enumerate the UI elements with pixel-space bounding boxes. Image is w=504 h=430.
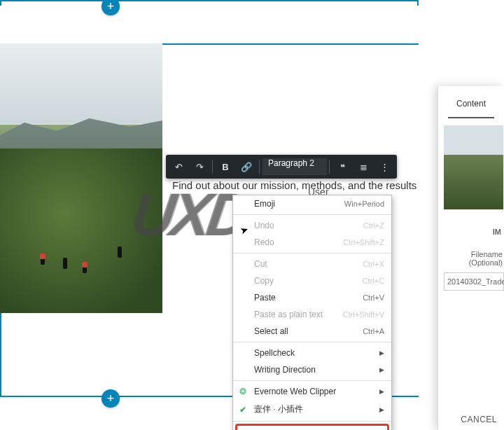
ctx-paste[interactable]: Paste Ctrl+V	[233, 289, 391, 306]
chevron-right-icon: ▶	[379, 366, 384, 373]
ctx-separator	[233, 380, 391, 381]
ctx-label: Redo	[254, 237, 274, 247]
ctx-shortcut: Ctrl+Shift+V	[343, 310, 384, 319]
redo-icon[interactable]: ↷	[190, 157, 209, 176]
ctx-copy[interactable]: Copy Ctrl+C	[233, 272, 391, 289]
ctx-paste-plain[interactable]: Paste as plain text Ctrl+Shift+V	[233, 306, 391, 323]
context-menu: Emoji Win+Period Undo Ctrl+Z Redo Ctrl+S…	[232, 195, 392, 430]
ctx-label: Cut	[254, 259, 267, 269]
ctx-label: Paste	[254, 293, 276, 303]
ctx-label: 壹伴 · 小插件	[254, 403, 303, 415]
toolbar-separator	[329, 160, 330, 174]
paragraph-select[interactable]: Paragraph 2	[262, 158, 327, 175]
ctx-emoji[interactable]: Emoji Win+Period	[233, 195, 391, 212]
image-thumbnail[interactable]	[444, 125, 503, 209]
ctx-shortcut: Ctrl+V	[363, 293, 384, 302]
filename-label: Filename (Optional)	[438, 250, 504, 267]
ctx-separator	[233, 421, 391, 422]
ctx-separator	[233, 342, 391, 342]
ctx-shortcut: Win+Period	[344, 200, 384, 208]
sidebar-section-heading: IM	[438, 228, 504, 236]
bold-icon[interactable]: B	[216, 157, 235, 176]
filename-input[interactable]: 20140302_Trade+	[444, 272, 504, 291]
chevron-right-icon: ▶	[379, 406, 384, 413]
text-toolbar: ↶ ↷ B 🔗 Paragraph 2 ▾ ❝ ≣ ⋮	[166, 155, 397, 179]
ctx-shortcut: Ctrl+X	[363, 260, 384, 268]
list-icon[interactable]: ≣	[354, 157, 373, 176]
toolbar-separator	[259, 160, 260, 174]
ctx-undo[interactable]: Undo Ctrl+Z	[233, 217, 391, 234]
more-icon[interactable]: ⋮	[374, 157, 394, 176]
ctx-label: Select all	[254, 326, 288, 336]
ctx-inspect[interactable]: Inspect Ctrl+Shift+I	[237, 426, 387, 430]
block-outline-top	[0, 0, 419, 6]
highlight-box: Inspect Ctrl+Shift+I	[235, 424, 389, 430]
sidebar-tab-content[interactable]: Content	[448, 86, 494, 118]
quote-icon[interactable]: ❝	[332, 157, 352, 176]
ctx-writing-direction[interactable]: Writing Direction ▶	[233, 361, 391, 378]
chevron-right-icon: ▶	[379, 388, 384, 395]
ctx-yijian[interactable]: ✔ 壹伴 · 小插件 ▶	[233, 400, 391, 419]
ctx-label: Copy	[254, 276, 274, 286]
ctx-separator	[233, 214, 391, 215]
ctx-select-all[interactable]: Select all Ctrl+A	[233, 323, 391, 340]
ctx-label: Spellcheck	[254, 348, 295, 358]
tagline-text[interactable]: Find out about our mission, methods, and…	[172, 179, 431, 191]
ctx-label: Writing Direction	[254, 365, 316, 375]
add-block-button-top[interactable]: +	[102, 0, 120, 15]
toolbar-separator	[212, 160, 213, 174]
settings-sidebar: Content IM Filename (Optional) 20140302_…	[438, 86, 504, 430]
ctx-shortcut: Ctrl+C	[363, 277, 384, 285]
hero-image[interactable]	[0, 43, 162, 313]
ctx-redo[interactable]: Redo Ctrl+Shift+Z	[233, 234, 391, 251]
evernote-icon: ❂	[238, 387, 248, 396]
ctx-evernote[interactable]: ❂ Evernote Web Clipper ▶	[233, 383, 391, 400]
ctx-shortcut: Ctrl+A	[363, 327, 384, 335]
ctx-separator	[233, 253, 391, 254]
ctx-label: Emoji	[254, 199, 275, 209]
ctx-label: Undo	[254, 221, 274, 230]
add-block-button-bottom[interactable]: +	[102, 389, 120, 408]
ctx-spellcheck[interactable]: Spellcheck ▶	[233, 345, 391, 361]
ctx-shortcut: Ctrl+Z	[363, 221, 384, 230]
ctx-label: Evernote Web Clipper	[254, 387, 336, 396]
plugin-icon: ✔	[238, 405, 248, 415]
undo-icon[interactable]: ↶	[169, 157, 188, 176]
chevron-right-icon: ▶	[379, 349, 384, 356]
link-icon[interactable]: 🔗	[237, 157, 256, 176]
ctx-label: Paste as plain text	[254, 310, 323, 319]
ctx-shortcut: Ctrl+Shift+Z	[343, 238, 384, 247]
ctx-cut[interactable]: Cut Ctrl+X	[233, 256, 391, 272]
cancel-button[interactable]: CANCEL	[461, 415, 497, 424]
